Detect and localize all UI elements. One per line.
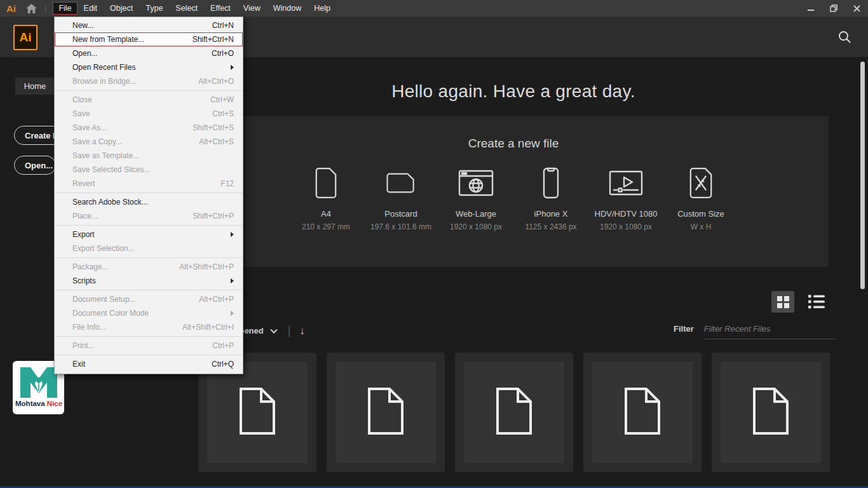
template-name: A4	[294, 209, 358, 219]
template-size: 1125 x 2436 px	[519, 222, 583, 231]
video-player-icon	[593, 165, 658, 201]
menu-shortcut: Ctrl+P	[212, 341, 234, 350]
menu-separator	[55, 336, 242, 337]
file-menu-item-save-as-template[interactable]: Save as Template...	[55, 149, 243, 163]
open-button[interactable]: Open...	[14, 156, 56, 175]
filter-recent-files-input[interactable]	[704, 323, 836, 339]
menubar-item-help[interactable]: Help	[308, 2, 337, 15]
menu-shortcut: Shift+Ctrl+S	[193, 123, 234, 132]
menubar-item-type[interactable]: Type	[139, 2, 169, 15]
menu-shortcut: Ctrl+N	[212, 21, 234, 30]
file-menu-item-browse-in-bridge[interactable]: Browse in Bridge...Alt+Ctrl+O	[55, 74, 243, 88]
document-icon	[237, 387, 278, 438]
file-menu-item-new[interactable]: New...Ctrl+N	[55, 18, 243, 32]
browser-globe-icon	[444, 165, 508, 201]
menu-separator	[55, 193, 242, 193]
recent-file-card[interactable]	[455, 353, 573, 472]
recent-file-card[interactable]	[327, 353, 445, 472]
menubar-item-window[interactable]: Window	[267, 2, 308, 15]
menubar: FileEditObjectTypeSelectEffectViewWindow…	[53, 0, 337, 17]
template-card-custom-size[interactable]: Custom SizeW x H	[668, 165, 733, 231]
sidebar-item-home[interactable]: Home	[15, 78, 55, 95]
template-name: Web-Large	[444, 209, 508, 219]
template-size: 197.6 x 101.6 mm	[369, 222, 433, 231]
submenu-arrow-icon	[231, 232, 234, 237]
file-menu-item-save[interactable]: SaveCtrl+S	[55, 107, 243, 121]
scrollbar-thumb[interactable]	[860, 62, 865, 289]
menu-separator	[55, 90, 242, 91]
sort-divider: |	[288, 324, 291, 337]
view-toggles	[771, 291, 825, 313]
menubar-item-select[interactable]: Select	[169, 2, 204, 15]
file-menu-item-save-as[interactable]: Save As...Shift+Ctrl+S	[55, 121, 243, 135]
file-menu-item-document-setup[interactable]: Document Setup...Alt+Ctrl+P	[55, 292, 243, 306]
file-menu-item-open-recent-files[interactable]: Open Recent Files	[55, 60, 243, 74]
grid-view-button[interactable]	[771, 291, 794, 313]
template-size: 1920 x 1080 px	[444, 222, 508, 231]
file-menu-item-close[interactable]: CloseCtrl+W	[55, 93, 243, 107]
template-card-hdv-hdtv-1080[interactable]: HDV/HDTV 10801920 x 1080 px	[593, 165, 658, 231]
template-card-web-large[interactable]: Web-Large1920 x 1080 px	[444, 165, 508, 231]
document-icon	[494, 387, 534, 438]
greeting-heading: Hello again. Have a great day.	[198, 81, 829, 102]
filter-label: Filter	[674, 324, 694, 334]
phone-icon	[519, 165, 583, 201]
file-dropdown-menu: New...Ctrl+NNew from Template...Shift+Ct…	[54, 17, 243, 374]
search-icon[interactable]	[837, 30, 851, 44]
file-menu-item-export-selection[interactable]: Export Selection...	[55, 241, 243, 255]
menu-separator	[55, 225, 242, 226]
chevron-down-icon[interactable]	[270, 329, 278, 334]
template-name: HDV/HDTV 1080	[593, 209, 658, 219]
restore-button[interactable]	[827, 3, 840, 14]
minimize-button[interactable]	[804, 3, 817, 14]
menubar-item-object[interactable]: Object	[104, 2, 139, 15]
file-menu-item-exit[interactable]: ExitCtrl+Q	[55, 357, 243, 371]
submenu-arrow-icon	[231, 311, 234, 316]
document-icon	[750, 387, 791, 438]
recent-file-card[interactable]	[712, 353, 830, 472]
file-menu-item-search-adobe-stock[interactable]: Search Adobe Stock...	[55, 195, 243, 209]
illustrator-app-icon: Ai	[13, 25, 37, 50]
list-view-icon	[808, 295, 825, 309]
document-icon	[622, 387, 663, 438]
template-card-iphone-x[interactable]: iPhone X1125 x 2436 px	[519, 165, 583, 231]
file-menu-item-revert[interactable]: RevertF12	[55, 177, 243, 191]
recent-files-grid	[198, 353, 830, 472]
list-view-button[interactable]	[808, 295, 825, 309]
menubar-item-file[interactable]: File	[53, 2, 77, 15]
file-menu-item-print[interactable]: Print...Ctrl+P	[55, 339, 243, 353]
sort-direction-icon[interactable]: ↓	[299, 325, 304, 337]
menu-shortcut: Alt+Shift+Ctrl+P	[179, 262, 234, 271]
file-thumbnail	[336, 362, 436, 463]
file-menu-item-export[interactable]: Export	[55, 227, 243, 241]
watermark-text: Mohtava Nice	[15, 400, 62, 407]
file-menu-item-open[interactable]: Open...Ctrl+O	[55, 46, 243, 60]
menubar-item-effect[interactable]: Effect	[204, 2, 237, 15]
titlebar-divider: |	[44, 4, 46, 13]
file-menu-item-save-a-copy[interactable]: Save a Copy...Alt+Ctrl+S	[55, 135, 243, 149]
template-size: 210 x 297 mm	[294, 222, 358, 231]
menubar-item-view[interactable]: View	[237, 2, 267, 15]
template-row: A4210 x 297 mmPostcard197.6 x 101.6 mmWe…	[198, 165, 829, 231]
portrait-document-icon	[294, 165, 358, 201]
titlebar: Ai | FileEditObjectTypeSelectEffectViewW…	[0, 0, 868, 17]
template-card-a4[interactable]: A4210 x 297 mm	[294, 165, 358, 231]
panel-title: Create a new file	[198, 137, 829, 151]
menu-shortcut: Ctrl+Q	[212, 360, 234, 369]
close-icon[interactable]	[850, 3, 863, 14]
recent-file-card[interactable]	[583, 353, 702, 472]
menubar-item-edit[interactable]: Edit	[78, 2, 104, 15]
file-menu-item-save-selected-slices[interactable]: Save Selected Slices...	[55, 163, 243, 177]
home-icon[interactable]	[26, 4, 37, 13]
file-menu-item-scripts[interactable]: Scripts	[55, 274, 243, 288]
file-menu-item-package[interactable]: Package...Alt+Shift+Ctrl+P	[55, 260, 243, 274]
menu-shortcut: Alt+Shift+Ctrl+I	[182, 323, 234, 332]
file-menu-item-place[interactable]: Place...Shift+Ctrl+P	[55, 209, 243, 223]
file-menu-item-file-info[interactable]: File Info...Alt+Shift+Ctrl+I	[55, 320, 243, 334]
file-menu-item-document-color-mode[interactable]: Document Color Mode	[55, 306, 243, 320]
template-card-postcard[interactable]: Postcard197.6 x 101.6 mm	[369, 165, 433, 231]
file-thumbnail	[721, 362, 821, 463]
postcard-icon	[369, 165, 433, 201]
template-size: W x H	[668, 222, 733, 231]
file-menu-item-new-from-template[interactable]: New from Template...Shift+Ctrl+N	[55, 32, 243, 46]
